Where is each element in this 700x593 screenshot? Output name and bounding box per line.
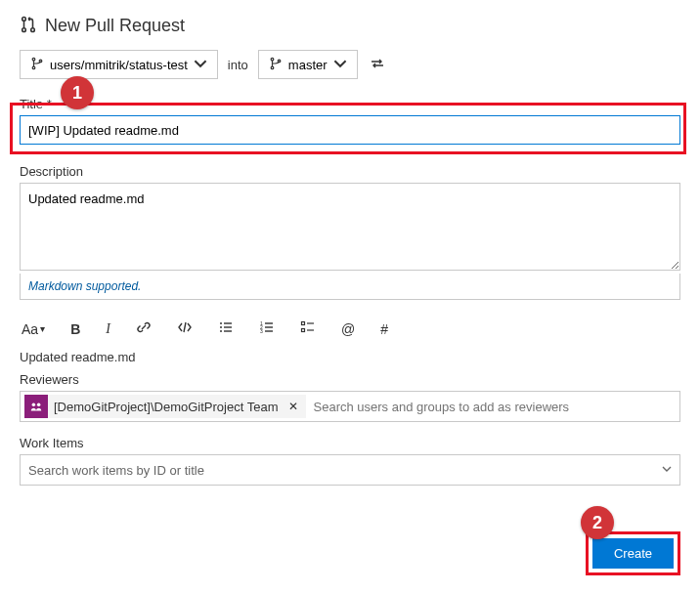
mention-button[interactable]: @	[339, 319, 357, 339]
svg-rect-22	[301, 329, 304, 332]
svg-point-2	[31, 28, 35, 32]
work-items-placeholder: Search work items by ID or title	[28, 463, 204, 478]
branch-icon	[269, 57, 283, 73]
svg-point-0	[22, 18, 26, 21]
description-preview: Updated readme.md	[20, 350, 680, 364]
code-icon	[177, 319, 193, 338]
svg-rect-18	[265, 322, 273, 323]
task-list-icon	[300, 319, 316, 338]
reviewers-input-box[interactable]: [DemoGitProject]\DemoGitProject Team ✕	[20, 391, 680, 422]
description-label: Description	[20, 164, 680, 179]
svg-point-4	[32, 66, 35, 69]
page-title: New Pull Request	[45, 16, 185, 36]
markdown-toolbar: Aa▾ B I 123 @ #	[20, 312, 680, 350]
numbered-list-icon: 123	[259, 319, 275, 338]
reviewer-chip: [DemoGitProject]\DemoGitProject Team ✕	[24, 395, 306, 418]
svg-rect-14	[224, 330, 232, 331]
svg-rect-12	[224, 322, 232, 323]
branch-icon	[30, 57, 44, 73]
source-branch-picker[interactable]: users/mmitrik/status-test	[20, 50, 218, 79]
callout-badge-1: 1	[61, 76, 94, 109]
bullet-list-button[interactable]	[216, 318, 236, 340]
description-textarea[interactable]	[20, 183, 680, 271]
svg-point-3	[32, 58, 35, 61]
swap-icon	[370, 56, 385, 74]
text-size-button[interactable]: Aa▾	[20, 319, 47, 339]
title-input[interactable]	[20, 115, 680, 145]
svg-rect-21	[301, 322, 304, 325]
svg-rect-19	[265, 326, 273, 327]
svg-point-6	[271, 58, 274, 61]
bullet-list-icon	[218, 319, 234, 338]
svg-point-9	[220, 322, 222, 324]
reviewers-label: Reviewers	[20, 372, 680, 387]
link-icon	[136, 319, 152, 338]
reviewer-chip-label: [DemoGitProject]\DemoGitProject Team	[54, 400, 279, 414]
svg-point-11	[220, 330, 222, 332]
svg-rect-20	[265, 330, 273, 331]
work-items-picker[interactable]: Search work items by ID or title	[20, 454, 680, 486]
chevron-down-icon	[194, 57, 207, 73]
remove-reviewer-button[interactable]: ✕	[284, 400, 302, 413]
italic-button[interactable]: I	[104, 319, 112, 339]
team-avatar-icon	[24, 395, 48, 418]
svg-text:3: 3	[260, 328, 263, 334]
create-button[interactable]: Create	[592, 538, 674, 569]
markdown-supported-note: Markdown supported.	[20, 274, 680, 300]
pull-request-icon	[20, 16, 37, 36]
work-items-label: Work Items	[20, 436, 680, 450]
chevron-down-icon	[662, 463, 672, 477]
numbered-list-button[interactable]: 123	[257, 318, 277, 340]
target-branch-picker[interactable]: master	[258, 50, 358, 79]
target-branch-name: master	[288, 58, 328, 72]
into-label: into	[228, 58, 248, 72]
chevron-down-icon	[333, 57, 347, 73]
link-button[interactable]	[134, 318, 153, 340]
svg-point-10	[220, 326, 222, 328]
svg-point-25	[32, 403, 36, 407]
task-list-button[interactable]	[298, 318, 318, 340]
hashtag-button[interactable]: #	[378, 319, 390, 339]
svg-point-1	[22, 28, 26, 32]
swap-branches-button[interactable]	[368, 54, 387, 76]
callout-badge-2: 2	[581, 506, 614, 539]
code-button[interactable]	[175, 318, 195, 340]
title-label: Title	[20, 97, 680, 111]
svg-rect-13	[224, 326, 232, 327]
chevron-down-icon: ▾	[40, 323, 45, 334]
svg-point-26	[37, 403, 41, 407]
svg-point-7	[271, 66, 274, 69]
reviewers-search-input[interactable]	[312, 399, 677, 415]
close-icon: ✕	[288, 400, 298, 413]
source-branch-name: users/mmitrik/status-test	[50, 58, 188, 72]
bold-button[interactable]: B	[68, 319, 82, 339]
